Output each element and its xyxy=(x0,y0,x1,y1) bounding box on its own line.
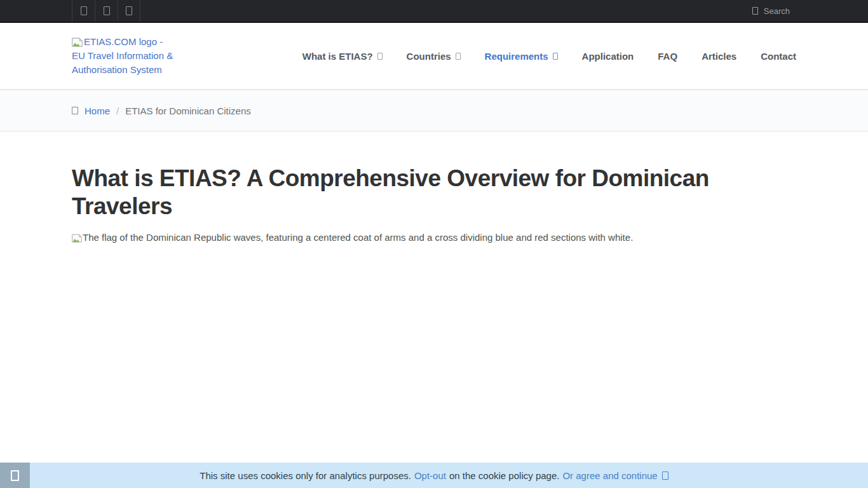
social-link-1[interactable] xyxy=(72,0,95,22)
nav-item-contact[interactable]: Contact xyxy=(761,51,796,62)
nav-item-countries[interactable]: Countries xyxy=(407,51,461,62)
cookie-optout-link[interactable]: Opt-out xyxy=(414,470,446,481)
social-icon-3 xyxy=(126,6,132,15)
breadcrumb: Home / ETIAS for Dominican Citizens xyxy=(72,105,796,116)
nav-item-label: Countries xyxy=(407,51,451,62)
flag-image-alt-text: The flag of the Dominican Republic waves… xyxy=(83,232,633,243)
topbar: Search xyxy=(0,0,868,23)
nav-item-label: Articles xyxy=(702,51,736,62)
nav-item-application[interactable]: Application xyxy=(582,51,634,62)
social-link-3[interactable] xyxy=(118,0,140,22)
social-link-2[interactable] xyxy=(95,0,118,22)
breadcrumb-home-link[interactable]: Home xyxy=(85,105,110,116)
nav-item-articles[interactable]: Articles xyxy=(702,51,736,62)
site-header: ETIAS.COM logo - EU Travel Information &… xyxy=(0,23,868,90)
nav-item-label: Contact xyxy=(761,51,796,62)
search-icon xyxy=(752,7,758,15)
nav-item-label: Application xyxy=(582,51,634,62)
social-icon-2 xyxy=(104,6,110,15)
chevron-down-icon xyxy=(456,53,461,60)
cookie-message-2: on the cookie policy page. xyxy=(449,470,559,481)
main-nav: What is ETIAS? Countries Requirements Ap… xyxy=(302,51,796,62)
search-button[interactable]: Search xyxy=(752,0,796,22)
cookie-message: This site uses cookies only for analytic… xyxy=(200,470,411,481)
home-icon xyxy=(72,107,78,114)
nav-item-faq[interactable]: FAQ xyxy=(658,51,677,62)
social-icon-1 xyxy=(81,6,87,15)
chevron-down-icon xyxy=(377,53,383,60)
logo-alt-text: ETIAS.COM logo - EU Travel Information &… xyxy=(72,36,173,75)
continue-arrow-icon xyxy=(662,471,668,480)
search-label: Search xyxy=(764,6,790,16)
chevron-down-icon xyxy=(553,53,558,60)
cookie-banner: This site uses cookies only for analytic… xyxy=(0,463,868,488)
logo-link[interactable]: ETIAS.COM logo - EU Travel Information &… xyxy=(72,35,179,77)
cookie-widget-button[interactable] xyxy=(0,463,30,488)
nav-item-label: What is ETIAS? xyxy=(302,51,373,62)
nav-item-label: Requirements xyxy=(485,51,548,62)
nav-item-requirements[interactable]: Requirements xyxy=(485,51,558,62)
page-title: What is ETIAS? A Comprehensive Overview … xyxy=(72,165,758,221)
nav-item-what-is-etias[interactable]: What is ETIAS? xyxy=(302,51,383,62)
nav-item-label: FAQ xyxy=(658,51,677,62)
cookie-widget-icon xyxy=(11,470,19,481)
breadcrumb-current: ETIAS for Dominican Citizens xyxy=(125,105,251,116)
broken-flag-image: The flag of the Dominican Republic waves… xyxy=(72,231,796,244)
cookie-agree-link[interactable]: Or agree and continue xyxy=(562,470,668,481)
cookie-agree-label: Or agree and continue xyxy=(562,470,657,481)
breadcrumb-bar: Home / ETIAS for Dominican Citizens xyxy=(0,90,868,132)
main-content: What is ETIAS? A Comprehensive Overview … xyxy=(0,132,868,244)
social-links xyxy=(72,0,140,22)
broken-image-icon xyxy=(72,37,83,47)
breadcrumb-separator: / xyxy=(116,105,119,116)
broken-image-icon xyxy=(72,234,82,243)
